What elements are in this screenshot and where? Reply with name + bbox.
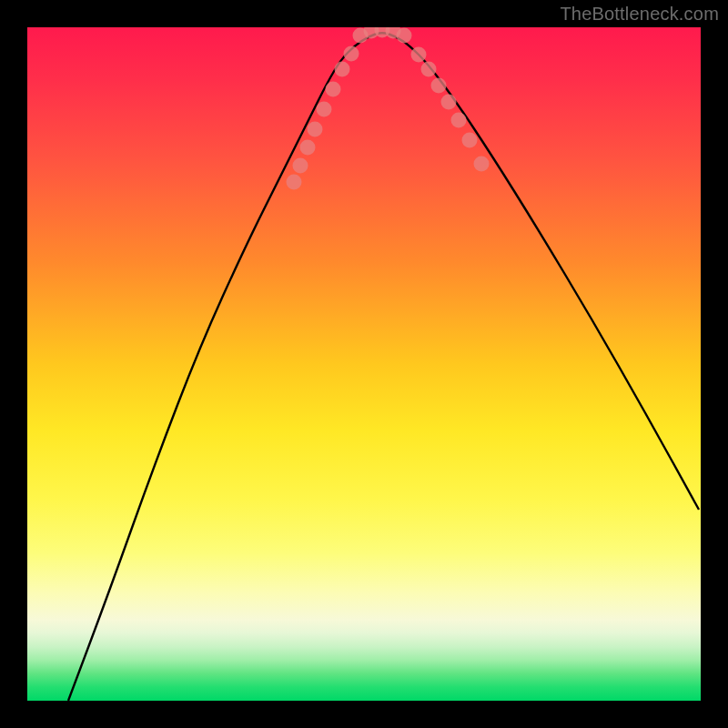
curve-marker	[397, 28, 412, 44]
bottleneck-curve	[68, 33, 699, 701]
curve-marker	[317, 102, 332, 117]
curve-marker	[326, 82, 341, 97]
curve-marker	[474, 157, 490, 172]
curve-marker	[451, 113, 467, 128]
chart-frame: TheBottleneck.com	[0, 0, 728, 728]
curve-marker	[308, 122, 323, 137]
curve-marker	[287, 175, 302, 190]
curve-marker	[421, 62, 437, 77]
curve-marker	[335, 62, 350, 77]
watermark-text: TheBottleneck.com	[560, 4, 719, 25]
curve-marker	[411, 47, 427, 63]
curve-marker	[344, 46, 359, 62]
plot-area	[27, 27, 701, 701]
marker-group	[287, 27, 490, 190]
curve-marker	[293, 158, 308, 174]
curve-marker	[441, 95, 457, 110]
curve-layer	[27, 27, 701, 701]
curve-marker	[462, 133, 478, 148]
curve-marker	[431, 78, 447, 94]
curve-marker	[300, 140, 316, 156]
